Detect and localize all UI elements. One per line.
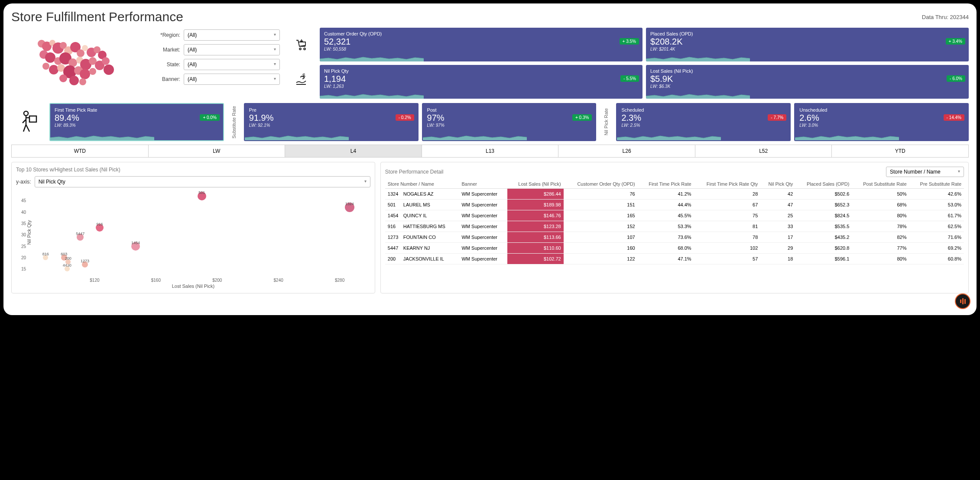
card-value: $208.2K [650, 36, 964, 47]
scatter-label: 1454 [131, 241, 140, 245]
card-label: Customer Order Qty (OPD) [324, 31, 638, 36]
card-label: Placed Sales (OPD) [650, 31, 964, 36]
yaxis-select[interactable]: Nil Pick Qty [35, 176, 370, 187]
dashboard: Store Fulfillment Performance Data Thru:… [3, 3, 977, 315]
tab-wtd[interactable]: WTD [12, 145, 149, 157]
tab-l13[interactable]: L13 [422, 145, 559, 157]
delta-badge: + 0.3% [572, 114, 592, 121]
kpi-card-3[interactable]: Lost Sales (Nil Pick)$5.9KLW: $6.3K- 6.0… [646, 65, 969, 99]
person-box-icon [11, 103, 46, 141]
col-header[interactable]: Banner [459, 180, 507, 189]
delta-badge: - 0.2% [396, 114, 414, 121]
cart-icon [295, 38, 308, 53]
card-lw: LW: $6.3K [650, 84, 964, 89]
kpi-unscheduled[interactable]: Unscheduled2.6%LW: 3.0%- 14.4% [794, 103, 969, 141]
col-header[interactable]: Store Number / Name [385, 180, 459, 189]
scatter-label: 1324 [345, 202, 354, 206]
card-lw: LW: 2.5% [621, 123, 785, 128]
data-thru: Data Thru: 202344 [922, 14, 969, 20]
action-button[interactable] [955, 293, 970, 309]
table-row[interactable]: 1454QUINCY ILWM Supercenter$146.7616545.… [385, 210, 964, 221]
svg-point-32 [104, 64, 114, 75]
scatter-label: 501 [198, 190, 205, 195]
col-header[interactable]: First Time Pick Rate [638, 180, 694, 189]
scatter-chart[interactable]: Nil Pick Qty 15202530354045$120$160$200$… [33, 189, 370, 276]
card-lw: LW: 3.0% [799, 123, 964, 128]
svg-point-22 [49, 65, 58, 74]
kpi-ftpr[interactable]: First Time Pick Rate89.4%LW: 89.3%+ 0.0% [49, 103, 224, 141]
table-row[interactable]: 5447KEARNY NJWM Supercenter$110.6016068.… [385, 243, 964, 254]
region-select[interactable]: (All) [184, 29, 280, 41]
tab-l26[interactable]: L26 [558, 145, 695, 157]
delta-badge: - 7.7% [768, 114, 786, 121]
kpi-card-0[interactable]: Customer Order Qty (OPD)52,321LW: 50,558… [320, 28, 643, 61]
delta-badge: + 3.5% [620, 38, 639, 45]
svg-point-33 [299, 48, 301, 50]
col-header[interactable]: First Time Pick Rate Qty [694, 180, 761, 189]
table-row[interactable]: 1273FOUNTAIN COWM Supercenter$113.661077… [385, 232, 964, 243]
svg-point-13 [45, 52, 55, 63]
card-label: Post [427, 107, 591, 113]
card-value: 91.9% [249, 113, 413, 123]
market-select[interactable]: (All) [184, 44, 280, 55]
card-value: 89.4% [55, 113, 219, 123]
kpi-post[interactable]: Post97%LW: 97%+ 0.3% [422, 103, 597, 141]
card-lw: LW: $201.4K [650, 47, 964, 52]
svg-point-34 [304, 48, 305, 50]
yaxis-label: y-axis: [16, 179, 31, 185]
svg-point-31 [102, 57, 110, 65]
col-header[interactable]: Placed Sales (OPD) [795, 180, 852, 189]
card-value: 1,194 [324, 74, 638, 84]
col-header[interactable]: Customer Order Qty (OPD) [564, 180, 638, 189]
tab-l4[interactable]: L4 [285, 145, 422, 157]
col-header[interactable]: Nil Pick Qty [760, 180, 795, 189]
map[interactable] [11, 28, 141, 99]
card-lw: LW: 92.1% [249, 123, 413, 128]
market-label: Market: [150, 47, 180, 53]
banner-select[interactable]: (All) [184, 74, 280, 85]
tab-l52[interactable]: L52 [695, 145, 832, 157]
svg-point-26 [80, 69, 90, 79]
table-row[interactable]: 916HATTIESBURG MSWM Supercenter$123.2815… [385, 221, 964, 232]
card-value: $5.9K [650, 74, 964, 84]
scatter-label: 816 [42, 252, 49, 256]
money-hand-icon: $ [295, 73, 308, 89]
col-header[interactable]: Lost Sales (Nil Pick) [507, 180, 564, 189]
table-row[interactable]: 200JACKSONVILLE ILWM Supercenter$102.721… [385, 254, 964, 264]
tab-lw[interactable]: LW [149, 145, 286, 157]
kpi-pre[interactable]: Pre91.9%LW: 92.1%- 0.2% [244, 103, 419, 141]
state-select[interactable]: (All) [184, 59, 280, 70]
svg-point-29 [69, 76, 79, 85]
card-label: Unscheduled [799, 107, 964, 113]
nil-pick-rate-label: Nil Pick Rate [600, 103, 613, 141]
kpi-card-2[interactable]: Nil Pick Qty1,194LW: 1,263- 5.5% [320, 65, 643, 99]
detail-select[interactable]: Store Number / Name [886, 167, 964, 177]
us-map-icon [20, 31, 133, 96]
kpi-card-1[interactable]: Placed Sales (OPD)$208.2KLW: $201.4K+ 3.… [646, 28, 969, 61]
tab-ytd[interactable]: YTD [832, 145, 968, 157]
region-label: *Region: [150, 32, 180, 38]
scatter-label: 916 [96, 222, 103, 226]
card-label: Pre [249, 107, 413, 113]
table-row[interactable]: 501LAUREL MSWM Supercenter$189.9815144.4… [385, 200, 964, 210]
period-tabs: WTDLWL4L13L26L52YTD [11, 145, 969, 158]
svg-point-8 [82, 45, 88, 51]
col-header[interactable]: Pre Substitute Rate [909, 180, 964, 189]
detail-title: Store Performance Detail [385, 169, 444, 175]
card-label: Scheduled [621, 107, 785, 113]
page-title: Store Fulfillment Performance [11, 10, 183, 24]
card-lw: LW: 97% [427, 123, 591, 128]
state-label: State: [150, 61, 180, 68]
filter-panel: *Region:(All) Market:(All) State:(All) B… [150, 28, 280, 99]
kpi-scheduled[interactable]: Scheduled2.3%LW: 2.5%- 7.7% [616, 103, 791, 141]
card-label: Nil Pick Qty [324, 68, 638, 74]
table-row[interactable]: 1324NOGALES AZWM Supercenter$286.447641.… [385, 189, 964, 200]
scatter-label: 603 [61, 252, 67, 256]
svg-rect-37 [29, 116, 36, 122]
scatter-label: 1273 [81, 259, 89, 263]
banner-label: Banner: [150, 76, 180, 82]
detail-table: Store Number / NameBannerLost Sales (Nil… [385, 180, 964, 264]
col-header[interactable]: Post Substitute Rate [852, 180, 909, 189]
card-value: 97% [427, 113, 591, 123]
delta-badge: - 14.4% [944, 114, 964, 121]
